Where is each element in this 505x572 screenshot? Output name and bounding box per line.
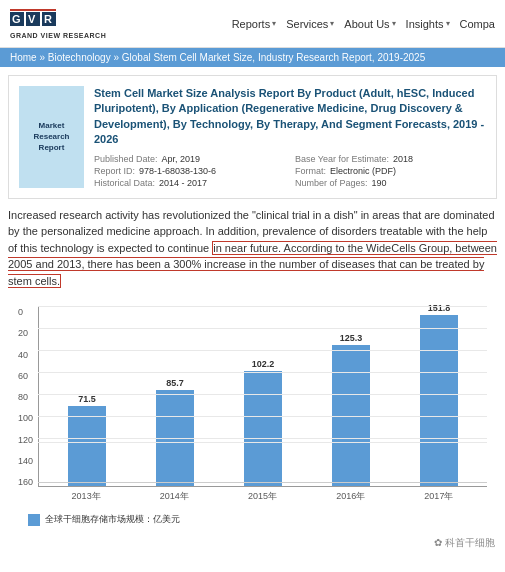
meta-report-id: Report ID: 978-1-68038-130-6 bbox=[94, 166, 285, 176]
description: Increased research activity has revoluti… bbox=[8, 207, 497, 290]
report-meta: Published Date: Apr, 2019 Base Year for … bbox=[94, 154, 486, 188]
logo-svg: G V R bbox=[10, 8, 70, 30]
grid-7 bbox=[38, 328, 487, 329]
insights-arrow: ▾ bbox=[446, 19, 450, 28]
x-labels: 2013年2014年2015年2016年2017年 bbox=[38, 490, 487, 503]
watermark: ✿ 科首干细胞 bbox=[0, 534, 505, 555]
grid-4 bbox=[38, 394, 487, 395]
chart-container: 160 140 120 100 80 60 40 20 0 bbox=[8, 297, 497, 508]
nav-menu: Reports ▾ Services ▾ About Us ▾ Insights… bbox=[232, 18, 495, 30]
nav-reports[interactable]: Reports ▾ bbox=[232, 18, 277, 30]
meta-historical: Historical Data: 2014 - 2017 bbox=[94, 178, 285, 188]
x-label: 2015年 bbox=[222, 490, 302, 503]
grid-8 bbox=[38, 306, 487, 307]
nav-insights[interactable]: Insights ▾ bbox=[406, 18, 450, 30]
thumb-label: MarketResearchReport bbox=[33, 120, 69, 154]
grid-overlay bbox=[38, 307, 487, 483]
report-title: Stem Cell Market Size Analysis Report By… bbox=[94, 86, 486, 148]
grid-0 bbox=[38, 482, 487, 483]
breadcrumb-biotech[interactable]: Biotechnology bbox=[48, 52, 111, 63]
x-label: 2017年 bbox=[399, 490, 479, 503]
nav-about[interactable]: About Us ▾ bbox=[344, 18, 395, 30]
nav-services[interactable]: Services ▾ bbox=[286, 18, 334, 30]
meta-published: Published Date: Apr, 2019 bbox=[94, 154, 285, 164]
grid-2 bbox=[38, 438, 487, 439]
y-axis: 160 140 120 100 80 60 40 20 0 bbox=[18, 307, 38, 487]
grid-3 bbox=[38, 416, 487, 417]
logo-area: G V R GRAND VIEW RESEARCH bbox=[10, 8, 106, 39]
grid-6 bbox=[38, 350, 487, 351]
meta-base-year: Base Year for Estimate: 2018 bbox=[295, 154, 486, 164]
report-info: Stem Cell Market Size Analysis Report By… bbox=[94, 86, 486, 188]
logo-icon: G V R bbox=[10, 8, 70, 30]
about-arrow: ▾ bbox=[392, 19, 396, 28]
svg-text:G: G bbox=[12, 13, 21, 25]
chart-main: 160 140 120 100 80 60 40 20 0 bbox=[18, 307, 487, 503]
report-thumbnail: MarketResearchReport bbox=[19, 86, 84, 188]
svg-text:V: V bbox=[28, 13, 36, 25]
header: G V R GRAND VIEW RESEARCH Reports ▾ Serv… bbox=[0, 0, 505, 48]
x-label: 2014年 bbox=[134, 490, 214, 503]
legend-label: 全球干细胞存储市场规模：亿美元 bbox=[45, 513, 180, 526]
grid-5 bbox=[38, 372, 487, 373]
watermark-text: ✿ 科首干细胞 bbox=[434, 537, 495, 548]
reports-arrow: ▾ bbox=[272, 19, 276, 28]
x-label: 2016年 bbox=[311, 490, 391, 503]
meta-pages: Number of Pages: 190 bbox=[295, 178, 486, 188]
legend-color-box bbox=[28, 514, 40, 526]
chart-legend: 全球干细胞存储市场规模：亿美元 bbox=[28, 513, 497, 526]
chart-plot: 71.585.7102.2125.3151.8 2013年2014年2015年2… bbox=[38, 307, 487, 503]
report-card: MarketResearchReport Stem Cell Market Si… bbox=[8, 75, 497, 199]
x-label: 2013年 bbox=[46, 490, 126, 503]
breadcrumb-home[interactable]: Home bbox=[10, 52, 37, 63]
services-arrow: ▾ bbox=[330, 19, 334, 28]
breadcrumb: Home » Biotechnology » Global Stem Cell … bbox=[0, 48, 505, 67]
grid-1 bbox=[38, 442, 487, 443]
svg-text:R: R bbox=[44, 13, 52, 25]
nav-company[interactable]: Compa bbox=[460, 18, 495, 30]
logo-text: GRAND VIEW RESEARCH bbox=[10, 32, 106, 39]
breadcrumb-current: Global Stem Cell Market Size, Industry R… bbox=[122, 52, 425, 63]
meta-format: Format: Electronic (PDF) bbox=[295, 166, 486, 176]
